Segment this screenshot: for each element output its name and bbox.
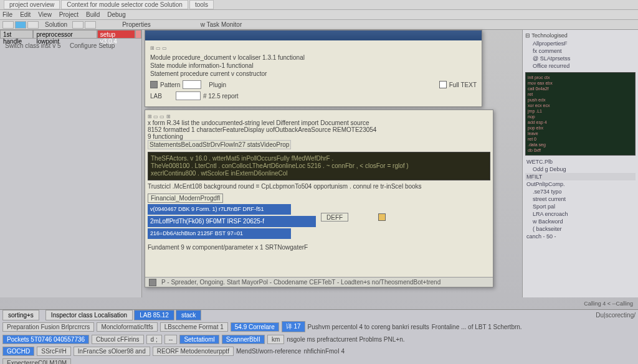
bottom-row-1: Preparation Fusion Brlprcrrcrs Monclofor… <box>0 320 638 334</box>
tree-g2[interactable]: Odd g Debug <box>525 166 636 173</box>
bottom-row-2: Pockets 5T0746 040557736 Cbucol cFFirins… <box>0 334 638 345</box>
tree-g10[interactable]: ( backseiter <box>525 225 636 233</box>
tree-item-4[interactable]: Office recurred <box>525 62 636 70</box>
bottom-right-label: Du|scorecting/ <box>596 312 636 319</box>
toolbar-label-1: Solution <box>45 21 67 28</box>
tree-item-3[interactable]: @ SLAtprsetss <box>525 55 636 62</box>
dlg2-hdr-3: 9 functioning <box>148 133 490 140</box>
tree-item-2[interactable]: fx comment <box>525 47 636 55</box>
tree-g5[interactable]: .se734 typo <box>525 188 636 195</box>
dlg2-hdr-2: 8152 formatted 1 characterFeatureDisplay… <box>148 126 490 133</box>
tree-g4[interactable]: OutPnlIpComp. <box>525 180 636 188</box>
field-pattern-label: Pattern <box>160 81 180 89</box>
r2-seg-2[interactable]: Cbucol cFFirins <box>92 335 143 344</box>
bottom-tab-2[interactable]: Inspector class Localisation <box>45 310 133 320</box>
tree-g7[interactable]: Sport pal <box>525 203 636 210</box>
dlg2-footer-text: Fundament 9 w component/parameter x 1 SR… <box>148 244 490 251</box>
app-titlebar: project overview Context for module sele… <box>0 0 638 10</box>
bottom-tab-1[interactable]: sorting+s <box>2 310 39 320</box>
left-tabs: 1st handle preprocessor lowpoint setup v… <box>0 30 141 39</box>
left-tab-1[interactable]: 1st handle <box>0 30 33 39</box>
dialog-lower: ⊞ ▭ ▭ ⊞ x form R.34 list the undocumente… <box>145 110 493 287</box>
selection-row-3[interactable]: 216=Db6AtchBton 2125F BST 97=01 <box>148 228 291 239</box>
r3-seg-6: nhfichinFmoI 4 <box>303 348 345 355</box>
selection-row-1[interactable]: v(0940467 DBK 9 Form. 1) r7LRnBF DRF-f51 <box>148 204 291 215</box>
r3-seg-1[interactable]: GOCHD <box>2 347 34 356</box>
deff-button[interactable]: DEFF <box>321 213 348 222</box>
bottom-tab-3[interactable]: LAB 85.12 <box>134 310 174 320</box>
right-header[interactable]: ⊟ Technologised <box>525 32 636 39</box>
dlg1-report-label: # 12.5 report <box>203 92 239 100</box>
center-area: ⊞ ▭ ▭ Module procedure_document v locali… <box>142 30 522 297</box>
field-pattern-input[interactable] <box>183 80 201 89</box>
box-icon <box>150 81 158 88</box>
bottom-row-3: GOCHD SSrcF#H InFrancSe sOloer98 and REO… <box>0 345 638 357</box>
tree-item-1[interactable]: AllpropertiesF <box>525 40 636 47</box>
dialog-upper: ⊞ ▭ ▭ Module procedure_document v locali… <box>145 30 482 107</box>
main-area: 1st handle preprocessor lowpoint setup v… <box>0 30 638 297</box>
tree-g1[interactable]: WETC.Plb <box>525 158 636 166</box>
r1-seg-4[interactable]: 54.9 Correlare <box>231 322 279 332</box>
r1-seg-5[interactable]: 详 17 <box>282 321 305 332</box>
toolbar: Solution Properties w Task Monitor <box>0 20 638 30</box>
dark-line-2: TheVe008100 . LterCntl . conCollocLTheAr… <box>151 162 487 170</box>
sel-hdr: Financial_ModernProgdfl <box>148 194 223 203</box>
r2-seg-5[interactable]: Setctatioml <box>179 335 219 344</box>
warning-icon <box>378 213 386 221</box>
tool-btn-5[interactable] <box>85 21 96 29</box>
field-lab-input[interactable] <box>176 91 201 100</box>
r1-seg-6: Pushvm percentol 4 to coreng bankri resu… <box>308 324 429 330</box>
tree-g3[interactable]: MFILT <box>525 173 636 180</box>
r1-seg-2[interactable]: Moncloformatic/ltfs <box>97 322 157 332</box>
bottom-panel: sorting+s Inspector class Localisation L… <box>0 309 638 364</box>
checkbox-icon[interactable] <box>439 81 447 88</box>
dark-line-3: xecrlContinu800 . wtScolorE inExternD6on… <box>151 170 487 177</box>
bottom-tabs: sorting+s Inspector class Localisation L… <box>0 310 638 320</box>
menu-build[interactable]: Build <box>86 11 100 18</box>
r3-seg-2[interactable]: SSrcF#H <box>37 347 71 356</box>
tool-btn-3[interactable] <box>27 21 39 29</box>
menu-project[interactable]: Project <box>59 11 79 18</box>
bottom-tab-4[interactable]: stack <box>176 310 201 320</box>
r3-seg-4[interactable]: REORF Metodenoteurpptf <box>153 347 234 356</box>
dlg1-lab-label: LAB <box>150 92 162 100</box>
r3-seg-3: InFrancSe sOloer98 and <box>74 347 150 356</box>
corner-status: Calling 4 < --Calling <box>584 301 633 307</box>
dlg1-line-1: Module procedure_document v localiser 1.… <box>150 54 477 62</box>
left-sidebar: 1st handle preprocessor lowpoint setup v… <box>0 30 142 297</box>
status-text: P - Spreader, Ongoing. Start MayorPol - … <box>161 279 440 286</box>
tool-btn-4[interactable] <box>72 21 83 29</box>
selection-row-2[interactable]: 2mLoffPrdTh(Fk06) 9F0MT IRSF 20625-f <box>148 216 316 227</box>
dialog-lower-status: P - Spreader, Ongoing. Start MayorPol - … <box>145 277 493 287</box>
menu-view[interactable]: View <box>38 11 52 18</box>
menu-file[interactable]: File <box>2 11 12 18</box>
menubar: File Edit View Project Build Debug <box>0 10 638 20</box>
r2-seg-6[interactable]: ScannerBbII <box>222 335 265 344</box>
dialog-upper-title[interactable] <box>145 30 482 40</box>
left-line-1: Switch class inst v 5 <box>5 42 60 49</box>
r2-seg-4: -- <box>164 335 178 344</box>
title-tab-2[interactable]: Context for module selector code Solutio… <box>61 0 188 9</box>
code-preview[interactable]: init proc ctx mov eax ebx call 0x4a2f re… <box>525 72 636 156</box>
tree-g6[interactable]: street current <box>525 195 636 203</box>
right-sidebar: ⊟ Technologised AllpropertiesF fx commen… <box>522 30 638 297</box>
menu-edit[interactable]: Edit <box>20 11 31 18</box>
r1-seg-1[interactable]: Preparation Fusion Brlprcrrcrs <box>2 322 94 332</box>
r2-seg-1[interactable]: Pockets 5T0746 040557736 <box>2 335 89 344</box>
toolbar-label-2: Properties <box>122 21 151 28</box>
title-tab-3[interactable]: tools <box>189 0 214 9</box>
menu-debug[interactable]: Debug <box>107 11 125 18</box>
tree-g11[interactable]: canch - 50 - <box>525 233 636 240</box>
r1-seg-3: LBsccheme Format 1 <box>160 322 228 332</box>
tool-btn-2[interactable] <box>15 21 26 29</box>
tool-btn-1[interactable] <box>2 21 14 29</box>
tree-g9[interactable]: w Backword <box>525 218 636 225</box>
bottom-row-4: ExpecterceC0LM10M <box>0 357 638 364</box>
title-tab-1[interactable]: project overview <box>4 0 60 9</box>
left-tab-3[interactable]: setup v3.0.4 <box>97 30 135 39</box>
code-dark-block[interactable]: TheSFActors. v 16.0 . wtterMat5 inPollOc… <box>148 152 490 180</box>
left-tab-2[interactable]: preprocessor lowpoint <box>33 30 97 39</box>
tree-g8[interactable]: LRA encroach <box>525 210 636 218</box>
left-tab-4[interactable] <box>135 30 141 39</box>
r4-seg-1[interactable]: ExpecterceC0LM10M <box>2 358 71 364</box>
